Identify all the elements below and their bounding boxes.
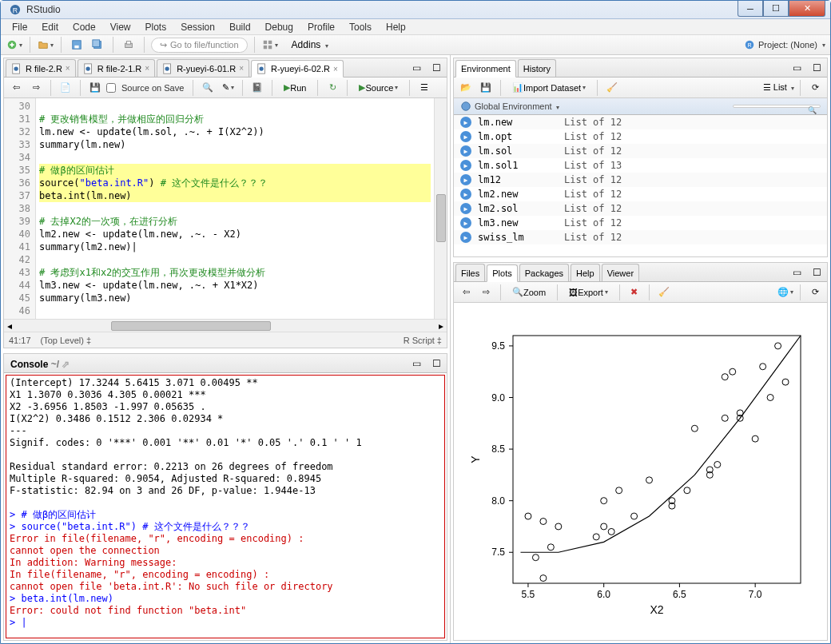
maximize-button[interactable]: ☐ xyxy=(763,1,789,17)
env-row[interactable]: ▶lm12List of 12 xyxy=(454,173,827,187)
menu-profile[interactable]: Profile xyxy=(301,20,341,34)
env-scope-menu[interactable]: Global Environment ▾ xyxy=(475,101,559,111)
env-row[interactable]: ▶lm2.solList of 12 xyxy=(454,201,827,216)
minimize-pane-icon[interactable]: ▭ xyxy=(408,59,425,77)
code-line[interactable] xyxy=(39,304,431,317)
env-row[interactable]: ▶lm2.newList of 12 xyxy=(454,187,827,201)
menu-code[interactable]: Code xyxy=(66,20,102,34)
env-row[interactable]: ▶lm3.newList of 12 xyxy=(454,216,827,230)
refresh-plot-button[interactable]: ⟳ xyxy=(806,284,824,301)
env-row[interactable]: ▶lm.sol1List of 13 xyxy=(454,158,827,173)
close-tab-icon[interactable]: × xyxy=(333,65,338,74)
source-tab[interactable]: R-yueyi-6-01.R× xyxy=(157,59,249,77)
tab-packages[interactable]: Packages xyxy=(519,264,569,281)
menu-tools[interactable]: Tools xyxy=(343,20,378,34)
wand-button[interactable]: ✎▾ xyxy=(219,79,237,97)
import-dataset-button[interactable]: 📊 Import Dataset ▾ xyxy=(507,79,591,97)
tab-history[interactable]: History xyxy=(518,59,556,77)
menu-plots[interactable]: Plots xyxy=(139,20,173,34)
close-button[interactable]: ✕ xyxy=(789,1,825,17)
env-grid[interactable]: ▶lm.newList of 12▶lm.optList of 12▶lm.so… xyxy=(454,115,827,256)
close-tab-icon[interactable]: × xyxy=(66,64,70,73)
refresh-env-button[interactable]: ⟳ xyxy=(806,79,824,97)
clear-workspace-button[interactable]: 🧹 xyxy=(603,79,621,97)
env-search-input[interactable] xyxy=(733,105,821,108)
code-line[interactable]: summary(lm.new) xyxy=(39,138,431,151)
open-file-button[interactable]: ▾ xyxy=(37,36,54,54)
env-row[interactable]: ▶lm.solList of 12 xyxy=(454,144,827,158)
editor-hscrollbar[interactable]: ◂▸ xyxy=(4,319,447,332)
code-line[interactable]: beta.int(lm.new) xyxy=(39,189,431,202)
menu-build[interactable]: Build xyxy=(223,20,257,34)
env-max-icon[interactable]: ☐ xyxy=(808,59,825,77)
publish-button[interactable]: 🌐▾ xyxy=(777,284,794,301)
source-tab[interactable]: R-yueyi-6-02.R× xyxy=(251,60,344,78)
new-file-button[interactable]: ▾ xyxy=(6,36,23,54)
list-view-menu[interactable]: ☰ List ▾ xyxy=(763,82,794,93)
env-row[interactable]: ▶swiss_lmList of 12 xyxy=(454,230,827,244)
menu-debug[interactable]: Debug xyxy=(259,20,300,34)
editor-scrollbar[interactable] xyxy=(434,98,447,319)
show-doc-button[interactable]: 📄 xyxy=(57,79,74,97)
print-button[interactable] xyxy=(120,36,137,54)
rerun-button[interactable]: ↻ xyxy=(324,79,341,97)
plots-max-icon[interactable]: ☐ xyxy=(808,264,825,281)
source-tab[interactable]: R file-2-1.R× xyxy=(78,59,155,77)
code-line[interactable] xyxy=(39,253,431,266)
language-menu[interactable]: R Script ‡ xyxy=(404,336,442,345)
tab-plots[interactable]: Plots xyxy=(487,264,517,282)
menu-edit[interactable]: Edit xyxy=(35,20,65,34)
code-line[interactable] xyxy=(39,100,431,113)
source-tab[interactable]: R file-2.R× xyxy=(6,59,76,77)
clear-plots-button[interactable]: 🧹 xyxy=(655,284,673,301)
close-tab-icon[interactable]: × xyxy=(145,64,149,73)
maximize-pane-icon[interactable]: ☐ xyxy=(427,59,445,77)
forward-button[interactable]: ⇨ xyxy=(27,79,45,97)
code-line[interactable]: # 更改销售模型，并做相应的回归分析 xyxy=(39,113,431,125)
source-button[interactable]: ▶ Source ▾ xyxy=(353,79,404,97)
grid-button[interactable]: ▾ xyxy=(261,36,279,54)
close-tab-icon[interactable]: × xyxy=(239,64,244,73)
menu-help[interactable]: Help xyxy=(380,20,412,34)
run-button[interactable]: ▶ Run xyxy=(278,79,312,97)
tab-files[interactable]: Files xyxy=(455,264,485,281)
code-line[interactable]: lm3.new <- update(lm.new, .~. + X1*X2) xyxy=(39,279,431,292)
remove-plot-button[interactable]: ✖ xyxy=(626,284,643,301)
minimize-button[interactable]: ─ xyxy=(738,1,763,17)
code-line[interactable]: # 去掉X2的一次项，在进行分析 xyxy=(39,215,431,228)
save-button[interactable] xyxy=(68,36,85,54)
code-line[interactable]: lm.new <- update(lm.sol, .~. + I(X2^2)) xyxy=(39,125,431,138)
menu-session[interactable]: Session xyxy=(174,20,221,34)
console-max-icon[interactable]: ☐ xyxy=(427,355,445,372)
code-line[interactable]: # 做β的区间估计 xyxy=(39,164,431,177)
tab-viewer[interactable]: Viewer xyxy=(602,264,639,281)
save-source-button[interactable]: 💾 xyxy=(86,79,104,97)
project-menu[interactable]: R Project: (None) ▾ xyxy=(744,39,825,50)
menu-view[interactable]: View xyxy=(104,20,137,34)
env-min-icon[interactable]: ▭ xyxy=(788,59,805,77)
menu-file[interactable]: File xyxy=(6,20,34,34)
code-line[interactable]: lm2.new <- update(lm.new, .~. - X2) xyxy=(39,228,431,241)
tab-environment[interactable]: Environment xyxy=(455,60,516,78)
outline-button[interactable]: ☰ xyxy=(416,79,433,97)
plots-min-icon[interactable]: ▭ xyxy=(788,264,805,281)
export-button[interactable]: 🖼 Export ▾ xyxy=(563,284,614,301)
code-line[interactable] xyxy=(39,151,431,164)
load-workspace-button[interactable]: 📂 xyxy=(457,79,475,97)
save-all-button[interactable] xyxy=(89,36,106,54)
goto-file-input[interactable]: ↪ Go to file/function xyxy=(151,38,248,53)
plot-next-button[interactable]: ⇨ xyxy=(477,284,495,301)
code-line[interactable]: # 考虑到x1和x2的交互作用，再次更改模型并做分析 xyxy=(39,266,431,279)
compile-button[interactable]: 📓 xyxy=(249,79,266,97)
code-line[interactable]: summary(lm2.new)| xyxy=(39,241,431,253)
save-workspace-button[interactable]: 💾 xyxy=(477,79,495,97)
tab-help[interactable]: Help xyxy=(571,264,600,281)
code-line[interactable]: summary(lm3.new) xyxy=(39,292,431,304)
zoom-button[interactable]: 🔍 Zoom xyxy=(507,284,551,301)
source-editor[interactable]: 3031323334353637383940414243444546 # 更改销… xyxy=(4,98,447,319)
back-button[interactable]: ⇦ xyxy=(7,79,25,97)
code-line[interactable] xyxy=(39,202,431,215)
console-body[interactable]: (Intercept) 17.3244 5.6415 3.071 0.00495… xyxy=(6,375,445,638)
scope-menu[interactable]: (Top Level) ‡ xyxy=(41,336,92,345)
addins-menu[interactable]: Addins ▾ xyxy=(292,39,328,50)
